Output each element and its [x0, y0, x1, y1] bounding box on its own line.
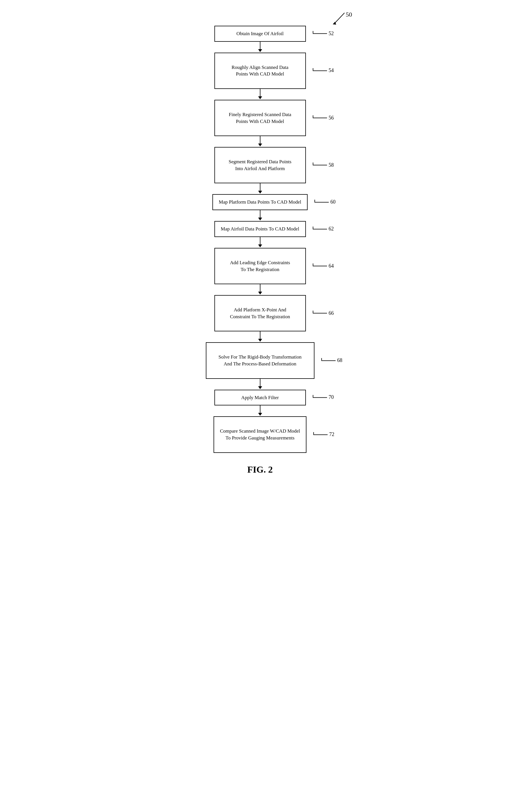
- step-number-66: 66: [329, 310, 334, 317]
- step-number-68: 68: [337, 357, 342, 364]
- step-box-58: Segment Registered Data Points Into Airf…: [214, 147, 306, 183]
- step-row-60: Map Platform Data Points To CAD Model 60: [166, 194, 355, 210]
- step-row-54: Roughly Align Scanned Data Points With C…: [166, 53, 355, 89]
- step-box-70: Apply Match Filter 70: [214, 390, 306, 406]
- step-text-66: Add Platform X-Point And Constraint To T…: [230, 307, 290, 319]
- step-row-68: Solve For The Rigid-Body Transformation …: [166, 342, 355, 378]
- arrow-1: [258, 42, 262, 53]
- step-label-66: 66: [313, 310, 334, 317]
- step-box-68: Solve For The Rigid-Body Transformation …: [206, 342, 314, 378]
- fig-label: FIG. 2: [166, 464, 355, 475]
- step-box-56: Finely Registered Scanned Data Points Wi…: [214, 100, 306, 136]
- step-label-68: 68: [321, 357, 342, 364]
- step-text-68: Solve For The Rigid-Body Transformation …: [218, 354, 302, 367]
- top-label-arrow-icon: [329, 11, 346, 26]
- step-box-66: Add Platform X-Point And Constraint To T…: [214, 295, 306, 331]
- page-container: 50 Obtain Image Of Airfoil 52 Roug: [160, 6, 360, 492]
- arrow-5: [258, 210, 262, 221]
- step-row-62: Map Airfoil Data Points To CAD Model 62: [166, 221, 355, 237]
- step-text-52: Obtain Image Of Airfoil: [236, 31, 284, 36]
- step-row-64: Add Leading Edge Constraints To The Regi…: [166, 248, 355, 284]
- step-text-72: Compare Scanned Image W/CAD Model To Pro…: [220, 428, 300, 441]
- step-text-60: Map Platform Data Points To CAD Model: [219, 199, 301, 205]
- step-box-52: Obtain Image Of Airfoil 52: [214, 26, 306, 42]
- step-text-62: Map Airfoil Data Points To CAD Model: [221, 226, 299, 232]
- arrow-10: [258, 405, 262, 416]
- step-text-56: Finely Registered Scanned Data Points Wi…: [229, 112, 291, 124]
- step-number-72: 72: [329, 431, 335, 438]
- step-number-54: 54: [329, 67, 334, 74]
- step-label-56: 56: [313, 114, 334, 122]
- step-box-72: Compare Scanned Image W/CAD Model To Pro…: [213, 416, 306, 453]
- step-row-70: Apply Match Filter 70: [166, 390, 355, 406]
- step-row-66: Add Platform X-Point And Constraint To T…: [166, 295, 355, 331]
- arrow-9: [258, 379, 262, 390]
- step-number-70: 70: [329, 394, 334, 401]
- step-label-58: 58: [313, 161, 334, 169]
- arrow-2: [258, 89, 262, 100]
- step-label-60: 60: [314, 199, 336, 206]
- step-number-52: 52: [329, 30, 334, 37]
- step-number-64: 64: [329, 262, 334, 270]
- step-label-52: 52: [313, 30, 334, 37]
- step-box-62: Map Airfoil Data Points To CAD Model 62: [214, 221, 306, 237]
- step-label-72: 72: [313, 431, 335, 438]
- flowchart: Obtain Image Of Airfoil 52 Roughly Align…: [166, 17, 355, 453]
- step-text-54: Roughly Align Scanned Data Points With C…: [232, 64, 288, 77]
- step-row-52: Obtain Image Of Airfoil 52: [166, 26, 355, 42]
- step-label-54: 54: [313, 67, 334, 74]
- step-text-64: Add Leading Edge Constraints To The Regi…: [230, 260, 290, 272]
- step-row-58: Segment Registered Data Points Into Airf…: [166, 147, 355, 183]
- arrow-7: [258, 284, 262, 295]
- step-box-60: Map Platform Data Points To CAD Model 60: [212, 194, 307, 210]
- step-box-64: Add Leading Edge Constraints To The Regi…: [214, 248, 306, 284]
- step-label-62: 62: [313, 225, 334, 232]
- step-label-64: 64: [313, 262, 334, 270]
- step-number-62: 62: [329, 225, 334, 232]
- step-row-56: Finely Registered Scanned Data Points Wi…: [166, 100, 355, 136]
- diagram-number-label: 50: [346, 11, 352, 18]
- step-number-60: 60: [331, 199, 336, 206]
- arrow-8: [258, 331, 262, 342]
- step-row-72: Compare Scanned Image W/CAD Model To Pro…: [166, 416, 355, 453]
- step-text-58: Segment Registered Data Points Into Airf…: [229, 159, 292, 171]
- arrow-4: [258, 183, 262, 194]
- arrow-3: [258, 136, 262, 147]
- arrow-6: [258, 237, 262, 248]
- step-text-70: Apply Match Filter: [241, 395, 279, 400]
- svg-line-0: [335, 13, 344, 23]
- step-number-58: 58: [329, 161, 334, 169]
- step-box-54: Roughly Align Scanned Data Points With C…: [214, 53, 306, 89]
- step-number-56: 56: [329, 114, 334, 122]
- step-label-70: 70: [313, 394, 334, 401]
